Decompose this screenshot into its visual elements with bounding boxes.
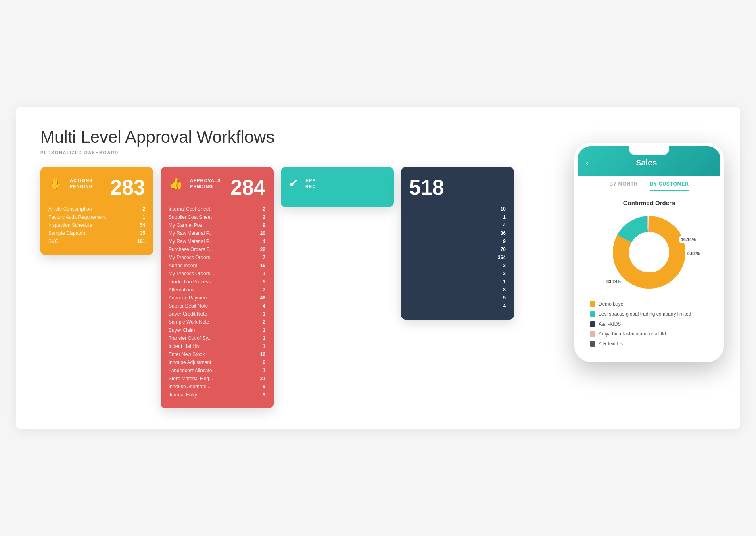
list-item[interactable]: My Garmet Pos9 [169, 221, 265, 229]
dark-count: 518 [409, 177, 444, 198]
list-item[interactable]: My Raw Material P...20 [169, 229, 265, 237]
approvals-count: 284 [230, 177, 265, 198]
list-item[interactable]: Inhouse Alternate...9 [169, 383, 265, 391]
tab-by-customer[interactable]: BY CUSTOMER [650, 181, 689, 191]
legend-dot-pink [590, 331, 595, 337]
card-header-approvals: 👍 APPROVALSPENDING 284 [169, 177, 265, 198]
list-item[interactable]: Store Material Req...21 [169, 375, 265, 383]
legend-dot-gray [590, 341, 595, 347]
legend-label: A R textiles [599, 341, 623, 348]
donut-label-83: 83.24% [605, 278, 623, 285]
legend-item-ar: A R textiles [590, 341, 708, 348]
list-item[interactable]: My Raw Material P...4 [169, 237, 265, 245]
phone-body: BY MONTH BY CUSTOMER Confirmed Orders [578, 176, 720, 359]
list-item[interactable]: Article Consumption2 [48, 205, 145, 213]
page-wrapper: Multi Level Approval Workflows PERSONALI… [16, 107, 740, 429]
list-item: 364 [409, 253, 506, 262]
list-item[interactable]: Transfer Out of Sy...1 [169, 334, 265, 342]
list-item[interactable]: Internal Cost Sheet2 [169, 205, 265, 213]
list-item[interactable]: Advance Payment...48 [169, 294, 265, 302]
card-header-actions: ✋ ACTIONSPENDING 283 [48, 177, 145, 198]
thumbsup-icon: 👍 [169, 177, 183, 190]
legend-dot-dark [590, 321, 595, 327]
approvals-pending-card: 👍 APPROVALSPENDING 284 Internal Cost She… [161, 167, 274, 408]
list-item: 3 [409, 270, 506, 278]
list-item[interactable]: My Process Orders...1 [169, 270, 265, 278]
legend-label: Adiya birla fashion and retail ltd. [599, 331, 667, 337]
list-item[interactable]: Buyer Credit Note1 [169, 310, 265, 318]
list-item: 10 [409, 205, 506, 213]
donut-label-062: 0.62% [686, 250, 702, 257]
list-item[interactable]: Supplier Cost Sheet2 [169, 213, 265, 221]
card-label-group-rec: ✔ APPREC [289, 177, 316, 190]
approvals-rec-card: ✔ APPREC [281, 167, 394, 207]
list-item: 4 [409, 302, 506, 310]
legend-dot-orange [590, 301, 595, 307]
list-item: 70 [409, 245, 506, 253]
tab-by-month[interactable]: BY MONTH [609, 181, 637, 191]
list-item[interactable]: Sample Work Note2 [169, 318, 265, 326]
phone-frame: ‹ Sales BY MONTH BY CUSTOMER Confirmed O… [574, 143, 724, 362]
approvals-list: Internal Cost Sheet2 Supplier Cost Sheet… [169, 205, 265, 399]
list-item: 9 [409, 237, 506, 245]
actions-count: 283 [110, 177, 145, 198]
card-label-approvals: APPROVALSPENDING [190, 178, 221, 189]
back-button[interactable]: ‹ [586, 158, 589, 168]
list-item[interactable]: Buyer Claim1 [169, 326, 265, 334]
card-label-actions: ACTIONSPENDING [70, 178, 93, 189]
list-item[interactable]: Alternations7 [169, 286, 265, 294]
card-label-group-approvals: 👍 APPROVALSPENDING [169, 177, 221, 190]
list-item: 1 [409, 213, 506, 221]
legend-item-demo-buyer: Demo buyer [590, 301, 708, 308]
list-item[interactable]: Inhouse Adjustment6 [169, 358, 265, 366]
dark-card: 518 10 1 4 36 9 70 364 3 3 1 8 5 4 [401, 167, 514, 320]
list-item: 4 [409, 221, 506, 229]
list-item[interactable]: Factory Audit Requirement1 [48, 213, 145, 221]
list-item[interactable]: Journal Entry9 [169, 391, 265, 399]
list-item[interactable]: Indent Liability1 [169, 342, 265, 350]
donut-chart: 83.24% 16.14% 0.62% [609, 212, 689, 293]
legend-label: Demo buyer [599, 301, 625, 308]
check-icon: ✔ [289, 177, 298, 190]
list-item[interactable]: Landedcost Allocate...1 [169, 366, 265, 375]
donut-label-16: 16.14% [679, 236, 698, 243]
card-label-group: ✋ ACTIONSPENDING [48, 177, 93, 190]
list-item[interactable]: Suplier Debit Note4 [169, 302, 265, 310]
legend-item-adiya: Adiya birla fashion and retail ltd. [590, 331, 708, 337]
chart-legend: Demo buyer Levi strauss global trading c… [586, 301, 712, 348]
card-header-dark: 518 [409, 177, 506, 198]
legend-item-levi: Levi strauss global trading company limi… [590, 311, 708, 318]
phone-title: Sales [636, 158, 657, 168]
list-item: 36 [409, 229, 506, 237]
list-item: 1 [409, 278, 506, 286]
list-item: 5 [409, 294, 506, 302]
legend-label: Levi strauss global trading company limi… [599, 311, 691, 318]
dashboard-container: ✋ ACTIONSPENDING 283 Article Consumption… [40, 167, 716, 408]
legend-label: A&F-KIDS [599, 321, 621, 328]
actions-list: Article Consumption2 Factory Audit Requi… [48, 205, 145, 245]
list-item[interactable]: Purchase Orders F...22 [169, 245, 265, 253]
dark-list: 10 1 4 36 9 70 364 3 3 1 8 5 4 [409, 205, 506, 310]
card-label-rec: APPREC [305, 178, 316, 189]
phone-mockup: ‹ Sales BY MONTH BY CUSTOMER Confirmed O… [574, 143, 724, 362]
legend-dot-teal [590, 311, 595, 317]
list-item: 3 [409, 262, 506, 270]
actions-pending-card: ✋ ACTIONSPENDING 283 Article Consumption… [40, 167, 153, 255]
list-item[interactable]: Inspection Schedule54 [48, 221, 145, 229]
cards-row: ✋ ACTIONSPENDING 283 Article Consumption… [40, 167, 521, 408]
svg-point-3 [629, 232, 669, 272]
chart-title: Confirmed Orders [586, 199, 712, 206]
legend-item-afkids: A&F-KIDS [590, 321, 708, 328]
list-item: 8 [409, 286, 506, 294]
phone-tabs: BY MONTH BY CUSTOMER [586, 176, 712, 195]
list-item[interactable]: Adhoc Indent16 [169, 262, 265, 270]
list-item[interactable]: Sample Dispatch35 [48, 229, 145, 237]
card-header-rec: ✔ APPREC [289, 177, 386, 190]
list-item[interactable]: Production Process...5 [169, 278, 265, 286]
hand-icon: ✋ [48, 177, 63, 190]
list-item[interactable]: My Process Orders7 [169, 253, 265, 262]
phone-notch [629, 146, 669, 155]
list-item[interactable]: Enter New Stock12 [169, 350, 265, 358]
list-item[interactable]: SVC191 [48, 237, 145, 245]
